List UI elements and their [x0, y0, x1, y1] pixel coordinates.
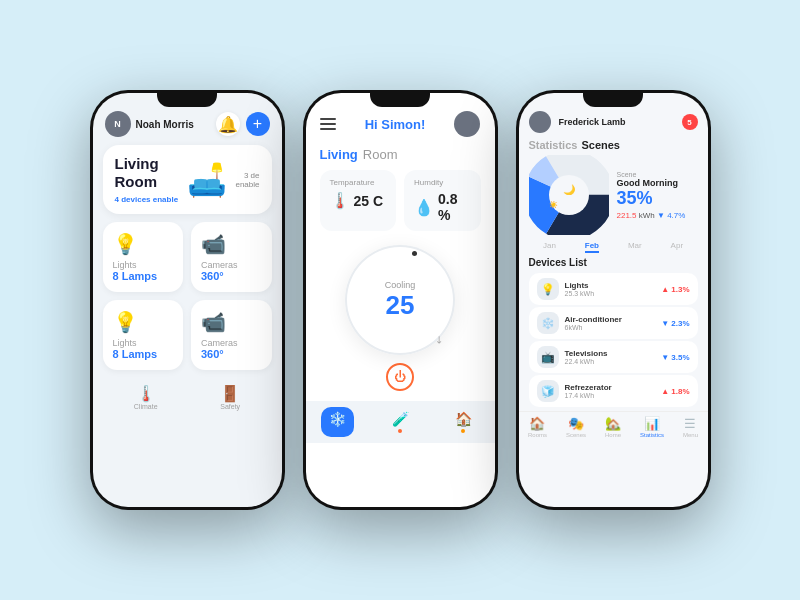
device-change: ▲ 1.3% [661, 285, 689, 294]
nav-scenes[interactable]: 🎭 Scenes [566, 416, 586, 438]
nav-rooms[interactable]: 🏠 Rooms [528, 416, 547, 438]
cooling-value: 25 [386, 290, 415, 321]
nav-home[interactable]: 🏡 Home [605, 416, 621, 438]
nav-climate[interactable]: 🌡️ Climate [134, 384, 158, 410]
notch-3 [583, 93, 643, 107]
bell-button[interactable]: 🔔 [216, 112, 240, 136]
hamburger-line [320, 123, 336, 125]
pie-chart: 🌙 ☀️ [529, 155, 609, 235]
notification-badge[interactable]: 5 [682, 114, 698, 130]
header-actions: 🔔 + [216, 112, 270, 136]
month-apr[interactable]: Apr [671, 241, 683, 253]
month-mar[interactable]: Mar [628, 241, 642, 253]
camera-icon: 📹 [201, 310, 262, 334]
nav-menu[interactable]: ☰ Menu [683, 416, 698, 438]
phone-1-screen: N Noah Morris 🔔 + Living Room 4 devices … [93, 93, 282, 507]
room-suffix: Room [363, 147, 398, 162]
nav-safety[interactable]: 🚪 Safety [220, 384, 240, 410]
device-kwh: 6kWh [565, 324, 656, 331]
humidity-value: 0.8 % [438, 191, 471, 223]
user-avatar [454, 111, 480, 137]
nav-home[interactable]: 🏠 [447, 407, 480, 437]
devices-count: 4 devices enable [115, 195, 188, 204]
device-card-lights-2[interactable]: 💡 Lights 8 Lamps [103, 300, 184, 370]
menu-button[interactable] [320, 118, 336, 130]
door-icon: 🚪 [220, 384, 240, 403]
device-info: Air-conditioner 6kWh [565, 315, 656, 331]
greeting-text: Hi Simon! [365, 117, 426, 132]
cooling-label: Cooling [385, 280, 416, 290]
add-button[interactable]: + [246, 112, 270, 136]
scene-name: Good Morning [617, 178, 698, 188]
phone-2-screen: Hi Simon! Living Room Temparature 🌡️ 25 … [306, 93, 495, 507]
power-button[interactable]: ⏻ [386, 363, 414, 391]
device-change: ▼ 2.3% [661, 319, 689, 328]
device-row-lights[interactable]: 💡 Lights 25.3 kWh ▲ 1.3% [529, 273, 698, 305]
nav-label: Statistics [640, 432, 664, 438]
device-kwh: 25.3 kWh [565, 290, 656, 297]
bottom-nav: ❄️ 🧪 🏠 [306, 401, 495, 443]
room-name: Living Room [115, 155, 188, 191]
temp-label: Temparature [330, 178, 387, 187]
device-value: 8 Lamps [113, 270, 174, 282]
chart-area: 🌙 ☀️ Scene Good Morning 35% 221.5 kWh ▼ … [519, 155, 708, 239]
chart-legend: Scene Good Morning 35% 221.5 kWh ▼ 4.7% [617, 171, 698, 220]
month-feb[interactable]: Feb [585, 241, 599, 253]
nav-label: Scenes [566, 432, 586, 438]
nav-dot [461, 429, 465, 433]
lights-thumb: 💡 [537, 278, 559, 300]
device-name: Televisions [565, 349, 656, 358]
dial-arrow: ↘ [432, 333, 445, 346]
nav-label: Rooms [528, 432, 547, 438]
room-card[interactable]: Living Room 4 devices enable 🛋️ 3 de ena… [103, 145, 272, 214]
username: Frederick Lamb [559, 117, 626, 127]
rooms-icon: 🏠 [529, 416, 545, 431]
room-living: Living [320, 147, 358, 162]
humidity-label: Humdity [414, 178, 471, 187]
lamp-icon: 💡 [113, 232, 174, 256]
nav-statistics[interactable]: 📊 Statistics [640, 416, 664, 438]
device-row-fridge[interactable]: 🧊 Refrezеrator 17.4 kWh ▲ 1.8% [529, 375, 698, 407]
lamp-icon: 💡 [113, 310, 174, 334]
stats-label: Statistics [529, 139, 578, 151]
device-info: Refrezеrator 17.4 kWh [565, 383, 656, 399]
phone-3: Frederick Lamb 5 Statistics Scenes [516, 90, 711, 510]
dial-indicator [412, 251, 417, 256]
month-jan[interactable]: Jan [543, 241, 556, 253]
device-card-cameras-2[interactable]: 📹 Cameras 360° [191, 300, 272, 370]
svg-text:☀️: ☀️ [548, 200, 557, 209]
nav-label: Menu [683, 432, 698, 438]
nav-lab[interactable]: 🧪 [384, 407, 417, 437]
device-kwh: 17.4 kWh [565, 392, 656, 399]
home-icon: 🏡 [605, 416, 621, 431]
hamburger-line [320, 118, 336, 120]
room-label: Living Room [306, 143, 495, 170]
device-name: Air-conditioner [565, 315, 656, 324]
camera-icon: 📹 [201, 232, 262, 256]
kwh-value: 221.5 [617, 211, 637, 220]
username: Noah Morris [136, 119, 194, 130]
nav-label: Safety [220, 403, 240, 410]
extra-devices: 3 de enable [235, 171, 259, 189]
nav-label: Home [605, 432, 621, 438]
hamburger-line [320, 128, 336, 130]
menu-icon: ☰ [684, 416, 696, 431]
nav-ac[interactable]: ❄️ [321, 407, 354, 437]
device-value: 360° [201, 348, 262, 360]
device-card-cameras-1[interactable]: 📹 Cameras 360° [191, 222, 272, 292]
nav-label: Climate [134, 403, 158, 410]
device-row-ac[interactable]: ❄️ Air-conditioner 6kWh ▼ 2.3% [529, 307, 698, 339]
device-card-lights-1[interactable]: 💡 Lights 8 Lamps [103, 222, 184, 292]
phone-2: Hi Simon! Living Room Temparature 🌡️ 25 … [303, 90, 498, 510]
ac-icon: ❄️ [329, 411, 346, 427]
devices-title: Devices List [519, 257, 708, 271]
device-row-tv[interactable]: 📺 Televisions 22.4 kWh ▼ 3.5% [529, 341, 698, 373]
scenes-label: Scenes [581, 139, 620, 151]
temperature-card: Temparature 🌡️ 25 C [320, 170, 397, 231]
thermostat-dial[interactable]: Cooling 25 ↘ [345, 245, 455, 355]
scene-percentage: 35% [617, 188, 698, 209]
fridge-thumb: 🧊 [537, 380, 559, 402]
home-icon: 🏠 [455, 411, 472, 427]
tv-thumb: 📺 [537, 346, 559, 368]
lab-icon: 🧪 [392, 411, 409, 427]
